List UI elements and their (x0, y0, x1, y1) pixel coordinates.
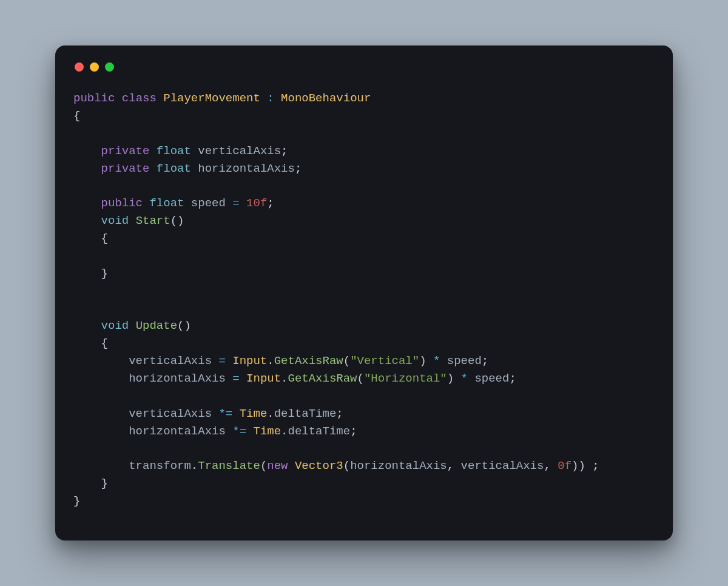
minimize-icon[interactable] (90, 62, 99, 72)
code-token: = (232, 372, 239, 385)
code-token: transform (129, 459, 191, 473)
code-token: Start (136, 214, 170, 227)
code-token (73, 354, 129, 368)
code-token: public (73, 92, 115, 105)
code-token: verticalAxis (129, 407, 212, 420)
code-token: Time (240, 407, 268, 420)
code-token: verticalAxis (129, 354, 212, 368)
code-token: *= (218, 407, 232, 420)
code-token (73, 407, 129, 420)
code-token (73, 459, 129, 473)
code-token (226, 425, 232, 438)
code-token (157, 92, 163, 105)
code-token: Vector3 (295, 459, 343, 473)
code-token (129, 214, 135, 227)
code-token: speed (447, 354, 482, 368)
code-token: horizontalAxis (129, 425, 226, 438)
code-token: . (281, 372, 288, 385)
code-token (240, 197, 246, 210)
code-token: class (122, 92, 157, 105)
code-token: { (73, 109, 80, 123)
code-token: } (73, 477, 108, 490)
code-token (274, 92, 281, 105)
code-token: private (101, 144, 150, 158)
code-token (149, 144, 156, 158)
code-token: deltaTime (274, 407, 337, 420)
code-token: ( (260, 459, 267, 473)
code-token (212, 354, 218, 368)
code-token: : (267, 92, 274, 105)
code-token (191, 144, 198, 158)
code-token: . (267, 407, 274, 420)
code-token: . (191, 459, 198, 473)
code-token (212, 407, 218, 420)
code-token: )) ; (571, 459, 599, 473)
code-token: *= (232, 425, 246, 438)
code-token: Translate (198, 459, 260, 473)
code-token (143, 197, 149, 210)
window-titlebar (73, 62, 655, 72)
code-token: Time (253, 425, 281, 438)
code-token: ; (281, 144, 288, 158)
code-token (260, 92, 267, 105)
code-token: float (157, 162, 191, 175)
code-token (73, 372, 129, 385)
code-token: ; (267, 197, 274, 210)
code-token (226, 354, 232, 368)
code-token: , (544, 459, 558, 473)
code-token (232, 407, 239, 420)
code-token: ; (482, 354, 488, 368)
code-token (468, 372, 474, 385)
code-token: Update (136, 319, 177, 332)
code-token: ; (295, 162, 302, 175)
code-token (149, 162, 156, 175)
code-token: . (267, 354, 274, 368)
code-token: private (101, 162, 150, 175)
code-token: 10f (246, 197, 267, 210)
code-token (226, 197, 232, 210)
code-token (184, 197, 190, 210)
code-token: ) (447, 372, 461, 385)
code-token: float (149, 197, 184, 210)
code-token: horizontalAxis (198, 162, 295, 175)
code-token: GetAxisRaw (274, 354, 343, 368)
close-icon[interactable] (75, 62, 84, 72)
code-token (73, 162, 101, 175)
code-token: } (73, 267, 108, 280)
code-window: public class PlayerMovement : MonoBehavi… (55, 45, 673, 541)
code-token: () (170, 214, 184, 227)
code-token: { (73, 232, 108, 245)
zoom-icon[interactable] (105, 62, 114, 72)
code-token: void (101, 214, 129, 227)
code-token: () (177, 319, 191, 332)
code-token: , (447, 459, 461, 473)
code-token (73, 144, 101, 158)
code-token: void (101, 319, 129, 332)
code-token: ) (419, 354, 433, 368)
code-token: public (101, 197, 143, 210)
code-token (226, 372, 232, 385)
code-token: verticalAxis (461, 459, 544, 473)
code-token: ( (357, 372, 364, 385)
stage: public class PlayerMovement : MonoBehavi… (0, 0, 728, 586)
code-token: { (73, 337, 108, 350)
code-token: ( (343, 459, 350, 473)
code-token: MonoBehaviour (281, 92, 371, 105)
code-block: public class PlayerMovement : MonoBehavi… (73, 90, 655, 510)
code-token (240, 372, 246, 385)
code-token: * (433, 354, 440, 368)
code-token: "Vertical" (350, 354, 419, 368)
code-token (73, 214, 101, 227)
code-token (288, 459, 295, 473)
code-token: "Horizontal" (364, 372, 447, 385)
code-token: ; (509, 372, 516, 385)
code-token: speed (191, 197, 226, 210)
code-token: horizontalAxis (350, 459, 447, 473)
code-token: Input (246, 372, 281, 385)
code-token: horizontalAxis (129, 372, 226, 385)
code-token (129, 319, 135, 332)
code-token (440, 354, 447, 368)
code-token: = (218, 354, 225, 368)
code-token: Input (232, 354, 267, 368)
code-token: * (461, 372, 468, 385)
